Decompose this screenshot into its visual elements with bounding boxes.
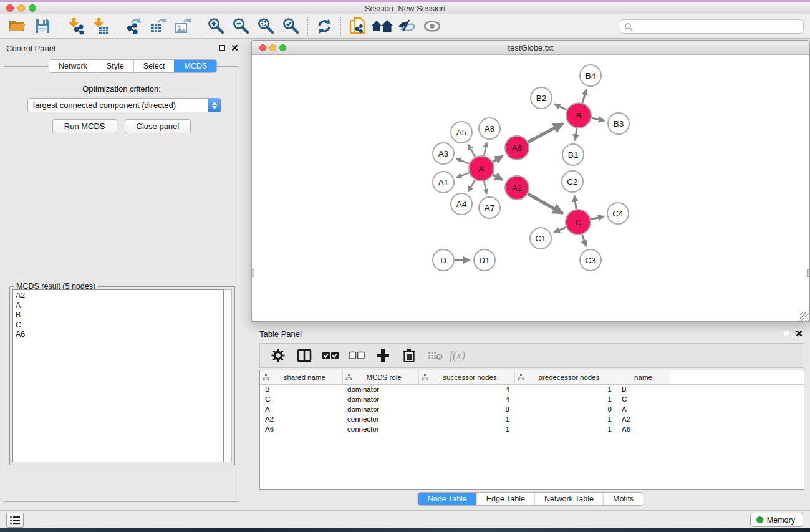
column-header-predecessor-nodes[interactable]: predecessor nodes: [514, 370, 617, 384]
zoom-out-button[interactable]: [229, 16, 254, 37]
zoom-selected-button[interactable]: [279, 16, 304, 37]
edge-A-A3[interactable]: [456, 158, 470, 163]
result-item[interactable]: C: [16, 321, 221, 331]
export-image-button[interactable]: [171, 16, 196, 37]
save-session-button[interactable]: [30, 16, 55, 37]
delete-column-button[interactable]: [397, 345, 421, 366]
mcds-result-list[interactable]: A2ABCA6: [12, 289, 224, 462]
tab-network[interactable]: Network: [49, 60, 97, 72]
select-all-button[interactable]: [319, 345, 342, 366]
network-canvas[interactable]: B4B2BB3A5A8A6B1A3AA1C2A2A4A7C4CC1C3DD1: [252, 55, 809, 321]
memory-button[interactable]: Memory: [750, 513, 803, 527]
float-panel-icon[interactable]: [784, 331, 789, 336]
edge-C-C1[interactable]: [554, 227, 566, 233]
window-resize-grip[interactable]: [800, 312, 809, 321]
edge-A-A7[interactable]: [484, 181, 486, 194]
panel-divider-handle[interactable]: [251, 269, 254, 277]
result-scrollbar[interactable]: [224, 289, 232, 462]
cell[interactable]: dominator: [342, 384, 418, 394]
cell[interactable]: A: [617, 404, 670, 414]
result-item[interactable]: A: [16, 301, 221, 311]
network-window-titlebar[interactable]: testGlobe.txt: [252, 41, 809, 55]
edge-C-C4[interactable]: [591, 216, 604, 220]
zoom-in-button[interactable]: [204, 16, 229, 37]
result-item[interactable]: A2: [16, 291, 221, 301]
tab-node-table[interactable]: Node Table: [418, 493, 476, 505]
cell[interactable]: 4: [418, 394, 514, 404]
export-table-button[interactable]: [146, 16, 171, 37]
function-builder-button[interactable]: f(x): [450, 349, 465, 362]
column-header-shared-name[interactable]: shared name: [260, 370, 342, 384]
cell[interactable]: A2: [260, 414, 342, 424]
table-row[interactable]: Adominator80A: [260, 404, 804, 414]
cell[interactable]: 4: [418, 384, 514, 394]
deselect-all-button[interactable]: [345, 345, 369, 366]
float-panel-icon[interactable]: [219, 45, 225, 51]
edge-B-B3[interactable]: [592, 118, 605, 120]
result-item[interactable]: B: [16, 311, 221, 321]
close-panel-icon[interactable]: [796, 330, 803, 337]
cell[interactable]: connector: [342, 414, 418, 424]
edge-A-A5[interactable]: [468, 145, 475, 157]
cell[interactable]: dominator: [342, 404, 418, 414]
edge-C-C3[interactable]: [582, 235, 586, 246]
edge-A6-B[interactable]: [528, 123, 564, 142]
cell[interactable]: 8: [418, 404, 514, 414]
cell[interactable]: 1: [514, 394, 617, 404]
cell[interactable]: 1: [418, 414, 514, 424]
column-header-successor-nodes[interactable]: successor nodes: [418, 370, 514, 384]
graphics-details-button[interactable]: [395, 16, 420, 37]
cell[interactable]: connector: [342, 424, 418, 434]
cell[interactable]: A2: [617, 414, 670, 424]
result-item[interactable]: A6: [16, 330, 221, 340]
cell[interactable]: 1: [514, 424, 617, 434]
tab-network-table[interactable]: Network Table: [534, 493, 603, 505]
tab-mcds[interactable]: MCDS: [174, 60, 216, 72]
add-column-button[interactable]: [371, 345, 395, 366]
clone-network-button[interactable]: [345, 16, 370, 37]
cell[interactable]: A6: [617, 424, 670, 434]
export-network-button[interactable]: [121, 16, 146, 37]
search-field[interactable]: [620, 19, 804, 34]
houses-button[interactable]: [370, 16, 395, 37]
import-network-button[interactable]: [63, 16, 88, 37]
edge-A-A8[interactable]: [484, 142, 486, 155]
run-mcds-button[interactable]: Run MCDS: [52, 119, 117, 133]
cell[interactable]: B: [617, 384, 670, 394]
cell[interactable]: B: [260, 384, 342, 394]
zoom-fit-button[interactable]: [254, 16, 279, 37]
task-history-button[interactable]: [6, 513, 24, 528]
table-row[interactable]: A6connector11A6: [260, 424, 804, 434]
tab-style[interactable]: Style: [97, 60, 133, 72]
delete-table-button[interactable]: [423, 345, 447, 366]
edge-B-B1[interactable]: [575, 128, 577, 140]
import-table-button[interactable]: [88, 16, 113, 37]
cell[interactable]: 1: [514, 414, 617, 424]
cell[interactable]: A: [260, 404, 342, 414]
cell[interactable]: dominator: [342, 394, 418, 404]
open-session-button[interactable]: [5, 16, 30, 37]
cell[interactable]: 1: [514, 384, 617, 394]
close-panel-icon[interactable]: [231, 44, 238, 51]
optimization-criterion-dropdown[interactable]: largest connected component (directed): [27, 98, 221, 112]
panel-divider-handle[interactable]: [807, 269, 810, 277]
close-panel-button[interactable]: Close panel: [125, 119, 191, 133]
refresh-button[interactable]: [312, 16, 337, 37]
table-settings-button[interactable]: [266, 345, 290, 366]
edge-A2-C[interactable]: [528, 194, 562, 214]
edge-A-A2[interactable]: [493, 175, 503, 180]
column-header-MCDS-role[interactable]: MCDS role: [342, 370, 418, 384]
tab-edge-table[interactable]: Edge Table: [476, 493, 534, 505]
cell[interactable]: 0: [514, 404, 617, 414]
search-input[interactable]: [633, 21, 803, 32]
edge-A-A6[interactable]: [493, 156, 503, 162]
column-header-name[interactable]: name: [617, 370, 670, 384]
table-row[interactable]: A2connector11A2: [260, 414, 804, 424]
tab-motifs[interactable]: Motifs: [603, 493, 643, 505]
network-graph[interactable]: B4B2BB3A5A8A6B1A3AA1C2A2A4A7C4CC1C3DD1: [252, 55, 809, 322]
cell[interactable]: 1: [418, 424, 514, 434]
cell[interactable]: C: [260, 394, 342, 404]
eye-button[interactable]: [420, 16, 445, 37]
split-view-button[interactable]: [292, 345, 316, 366]
edge-C-C2[interactable]: [574, 196, 576, 209]
